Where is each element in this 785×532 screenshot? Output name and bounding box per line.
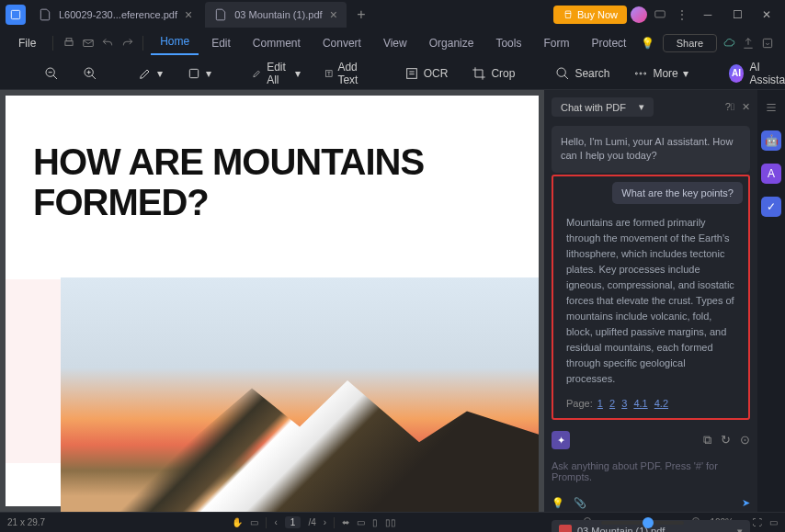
chat-mode-select[interactable]: Chat with PDF▾ (552, 97, 654, 117)
close-icon[interactable]: × (330, 7, 337, 22)
export-icon[interactable] (760, 33, 776, 53)
message-icon[interactable] (651, 6, 669, 24)
tab-2[interactable]: 03 Mountain (1).pdf × (205, 2, 347, 28)
help-icon[interactable]: ?⃝ (725, 101, 734, 113)
svg-rect-10 (406, 68, 416, 78)
avatar[interactable] (631, 6, 647, 23)
svg-point-12 (636, 73, 638, 74)
svg-rect-4 (84, 40, 94, 47)
hand-tool-icon[interactable]: ✋ (232, 517, 243, 527)
history-icon[interactable]: ↻ (721, 433, 731, 447)
page-link[interactable]: 1 (597, 398, 603, 409)
menu-protect[interactable]: Protect (582, 33, 635, 53)
assistant-greeting: Hello, I'm Lumi, your AI assistant. How … (552, 126, 750, 173)
tab-1[interactable]: L60029-230...eference.pdf × (29, 2, 201, 28)
page-link[interactable]: 2 (609, 398, 615, 409)
zoom-slider[interactable] (601, 521, 684, 525)
zoom-in-button[interactable] (75, 62, 105, 85)
search-tool[interactable]: Search (548, 62, 617, 85)
fit-page-icon[interactable]: ▭ (357, 517, 365, 527)
page-link[interactable]: 4.2 (654, 398, 668, 409)
two-page-icon[interactable]: ▯▯ (385, 517, 396, 527)
svg-rect-1 (655, 11, 666, 17)
attach-icon[interactable]: 📎 (574, 497, 586, 509)
ocr-tool[interactable]: OCR (397, 62, 456, 85)
add-tab-button[interactable]: + (350, 4, 372, 26)
page-link[interactable]: 4.1 (633, 398, 647, 409)
svg-rect-5 (764, 39, 772, 47)
menu-view[interactable]: View (374, 33, 416, 53)
page-references: Page: 1 2 3 4.1 4.2 (559, 398, 743, 413)
send-icon[interactable]: ➤ (742, 497, 750, 509)
chat-bot-icon[interactable]: 🤖 (761, 130, 781, 151)
app-icon (6, 5, 26, 25)
user-message: What are the key points? (612, 182, 743, 204)
assistant-answer: Mountains are formed primarily through t… (559, 209, 743, 393)
svg-rect-0 (11, 10, 19, 18)
next-page-icon[interactable]: › (324, 517, 326, 527)
highlighter-tool[interactable]: ▾ (131, 62, 170, 85)
upload-icon[interactable] (740, 33, 756, 53)
pdf-icon (559, 525, 572, 532)
chevron-down-icon[interactable]: ▾ (737, 526, 743, 532)
sparkle-icon[interactable]: ✦ (552, 431, 570, 449)
reading-mode-icon[interactable]: ▭ (769, 517, 778, 527)
right-rail: 🤖 A ✓ (757, 90, 785, 512)
document-viewport[interactable]: HOW ARE MOUNTAINS FORMED? (0, 90, 544, 512)
svg-point-11 (557, 68, 565, 76)
document-image (61, 277, 539, 512)
crop-tool[interactable]: Crop (464, 62, 522, 85)
file-menu[interactable]: File (9, 37, 45, 50)
more-tool[interactable]: More▾ (626, 62, 695, 85)
ai-assistant-button[interactable]: AIAI Assistant▾ (722, 57, 785, 90)
select-tool-icon[interactable]: ▭ (250, 517, 258, 527)
menu-comment[interactable]: Comment (244, 33, 310, 53)
redo-icon[interactable] (119, 33, 135, 53)
buy-now-button[interactable]: Buy Now (553, 6, 627, 24)
shape-tool[interactable]: ▾ (179, 62, 219, 85)
settings-icon[interactable]: ⊙ (740, 433, 750, 447)
svg-rect-3 (66, 39, 72, 41)
close-button[interactable]: ✕ (754, 2, 779, 28)
close-icon[interactable]: × (185, 7, 192, 22)
fit-width-icon[interactable]: ⬌ (342, 517, 349, 527)
page-total: /4 (308, 517, 315, 527)
menu-tools[interactable]: Tools (486, 33, 530, 53)
prev-page-icon[interactable]: ‹ (274, 517, 277, 527)
ai-feature-icon[interactable]: A (761, 164, 781, 184)
share-button[interactable]: Share (663, 34, 717, 52)
kebab-menu-icon[interactable]: ⋮ (673, 6, 691, 24)
chat-input[interactable]: Ask anything about PDF. Press '#' for Pr… (552, 455, 750, 488)
menu-form[interactable]: Form (534, 33, 578, 53)
close-panel-icon[interactable]: ✕ (742, 101, 750, 113)
page-title: HOW ARE MOUNTAINS FORMED? (33, 141, 511, 222)
cloud-icon[interactable] (721, 33, 736, 53)
mail-icon[interactable] (80, 33, 96, 53)
print-icon[interactable] (61, 33, 76, 53)
single-page-icon[interactable]: ▯ (372, 517, 378, 527)
menu-convert[interactable]: Convert (313, 33, 370, 53)
page-number-input[interactable]: 1 (285, 516, 301, 528)
page-dimensions: 21 x 29.7 (7, 517, 45, 527)
undo-icon[interactable] (100, 33, 116, 53)
copy-icon[interactable]: ⧉ (703, 433, 711, 447)
menu-organize[interactable]: Organize (420, 33, 484, 53)
lightbulb-icon[interactable]: 💡 (639, 33, 654, 53)
check-icon[interactable]: ✓ (761, 197, 781, 217)
minimize-button[interactable]: ─ (695, 2, 721, 28)
maximize-button[interactable]: ☐ (724, 2, 750, 28)
svg-rect-2 (65, 41, 73, 46)
fullscreen-icon[interactable]: ⛶ (753, 517, 762, 527)
sliders-icon[interactable] (761, 97, 781, 118)
zoom-out-button[interactable] (37, 62, 66, 85)
menu-edit[interactable]: Edit (202, 33, 240, 53)
ai-panel: Chat with PDF▾ ?⃝ ✕ Hello, I'm Lumi, you… (544, 90, 757, 512)
menu-home[interactable]: Home (151, 31, 199, 55)
svg-rect-8 (189, 69, 198, 77)
add-text-tool[interactable]: Add Text (317, 57, 371, 90)
page: HOW ARE MOUNTAINS FORMED? (6, 96, 539, 506)
lightbulb-icon[interactable]: 💡 (552, 497, 564, 509)
tab-2-label: 03 Mountain (1).pdf (234, 9, 322, 20)
edit-all-tool[interactable]: Edit All▾ (245, 57, 308, 90)
page-link[interactable]: 3 (621, 398, 627, 409)
